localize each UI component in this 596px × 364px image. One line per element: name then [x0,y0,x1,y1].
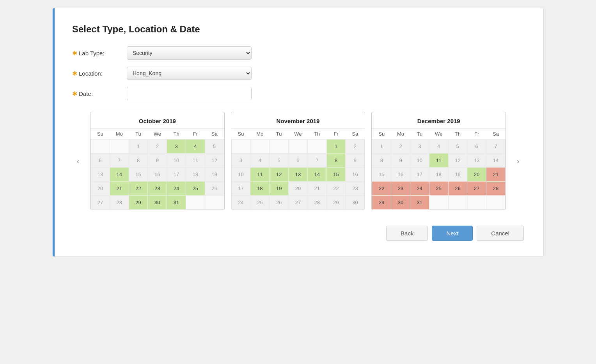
calendar-day[interactable]: 16 [391,168,410,182]
calendar-day[interactable]: 4 [429,140,448,154]
calendar-day[interactable]: 18 [429,168,448,182]
calendar-day[interactable]: 21 [486,168,506,182]
calendar-day[interactable]: 10 [410,154,429,168]
calendar-day[interactable]: 21 [110,182,129,196]
calendar-day[interactable]: 24 [410,182,429,196]
calendar-day[interactable]: 12 [270,168,289,182]
calendar-day[interactable]: 19 [205,168,224,182]
calendar-day[interactable]: 23 [148,182,167,196]
calendar-day[interactable]: 29 [326,196,346,210]
calendar-day[interactable]: 25 [250,196,270,210]
calendar-day[interactable]: 8 [129,154,148,168]
calendar-day[interactable]: 28 [486,182,506,196]
calendar-day[interactable]: 5 [448,140,467,154]
calendar-day[interactable]: 5 [270,154,289,168]
calendar-day[interactable]: 5 [205,140,224,154]
calendar-day[interactable]: 22 [326,182,346,196]
calendar-day[interactable]: 29 [372,196,391,210]
calendar-day[interactable]: 30 [391,196,410,210]
back-button[interactable]: Back [386,226,428,241]
calendar-day[interactable]: 9 [391,154,410,168]
calendar-day[interactable]: 26 [205,182,224,196]
calendar-day[interactable]: 6 [91,154,110,168]
calendar-day[interactable]: 7 [307,154,326,168]
calendar-day[interactable]: 11 [186,154,205,168]
calendar-day[interactable]: 27 [289,196,308,210]
calendar-day[interactable]: 23 [391,182,410,196]
calendar-day[interactable]: 13 [289,168,308,182]
lab-type-select[interactable]: Security Networking Cloud DevOps [127,46,252,60]
calendar-day[interactable]: 23 [346,182,365,196]
calendar-day[interactable]: 7 [110,154,129,168]
calendar-day[interactable]: 13 [91,168,110,182]
calendar-day[interactable]: 9 [346,154,365,168]
calendar-day[interactable]: 31 [410,196,429,210]
calendar-day[interactable]: 31 [167,196,186,210]
calendar-day[interactable]: 15 [326,168,346,182]
date-input[interactable] [127,87,252,100]
calendar-day[interactable]: 1 [326,140,346,154]
calendar-day[interactable]: 15 [372,168,391,182]
next-button[interactable]: Next [432,226,473,241]
calendar-day[interactable]: 29 [129,196,148,210]
calendar-day[interactable]: 20 [91,182,110,196]
calendar-day[interactable]: 24 [231,196,250,210]
calendar-day[interactable]: 2 [346,140,365,154]
calendar-day[interactable]: 12 [205,154,224,168]
calendar-day[interactable]: 14 [307,168,326,182]
calendar-day[interactable]: 27 [467,182,486,196]
calendar-day[interactable]: 3 [231,154,250,168]
calendar-day[interactable]: 8 [326,154,346,168]
calendar-day[interactable]: 2 [391,140,410,154]
calendar-day[interactable]: 24 [167,182,186,196]
calendar-day[interactable]: 21 [307,182,326,196]
calendar-day[interactable]: 30 [148,196,167,210]
cancel-button[interactable]: Cancel [477,226,524,241]
calendar-day[interactable]: 20 [467,168,486,182]
calendar-day[interactable]: 2 [148,140,167,154]
calendar-day[interactable]: 25 [429,182,448,196]
calendar-day[interactable]: 10 [231,168,250,182]
calendar-day[interactable]: 11 [429,154,448,168]
calendar-day[interactable]: 17 [410,168,429,182]
calendar-day[interactable]: 7 [486,140,506,154]
calendar-day[interactable]: 20 [289,182,308,196]
calendar-day[interactable]: 1 [129,140,148,154]
calendar-day[interactable]: 27 [91,196,110,210]
calendar-day[interactable]: 11 [250,168,270,182]
calendar-day[interactable]: 4 [250,154,270,168]
location-select[interactable]: Hong_Kong Singapore Tokyo Sydney [127,67,252,80]
calendar-day[interactable]: 3 [410,140,429,154]
calendar-day[interactable]: 28 [110,196,129,210]
calendar-day[interactable]: 19 [448,168,467,182]
calendar-day[interactable]: 30 [346,196,365,210]
calendar-day[interactable]: 18 [250,182,270,196]
calendar-day[interactable]: 9 [148,154,167,168]
calendar-day[interactable]: 4 [186,140,205,154]
calendar-day[interactable]: 16 [346,168,365,182]
calendar-day[interactable]: 22 [372,182,391,196]
calendar-day[interactable]: 6 [289,154,308,168]
calendar-day[interactable]: 16 [148,168,167,182]
calendar-day[interactable]: 3 [167,140,186,154]
calendar-day[interactable]: 28 [307,196,326,210]
calendar-day[interactable]: 17 [231,182,250,196]
prev-nav-arrow[interactable]: ‹ [72,155,84,167]
calendar-day[interactable]: 6 [467,140,486,154]
calendar-day[interactable]: 10 [167,154,186,168]
calendar-day[interactable]: 19 [270,182,289,196]
calendar-day[interactable]: 14 [486,154,506,168]
calendar-day[interactable]: 14 [110,168,129,182]
calendar-day[interactable]: 15 [129,168,148,182]
calendar-day[interactable]: 17 [167,168,186,182]
calendar-day[interactable]: 25 [186,182,205,196]
calendar-day[interactable]: 26 [448,182,467,196]
calendar-day[interactable]: 18 [186,168,205,182]
calendar-day[interactable]: 12 [448,154,467,168]
calendar-day[interactable]: 8 [372,154,391,168]
calendar-day[interactable]: 26 [270,196,289,210]
next-nav-arrow[interactable]: › [512,155,524,167]
calendar-day[interactable]: 13 [467,154,486,168]
calendar-day[interactable]: 1 [372,140,391,154]
calendar-day[interactable]: 22 [129,182,148,196]
